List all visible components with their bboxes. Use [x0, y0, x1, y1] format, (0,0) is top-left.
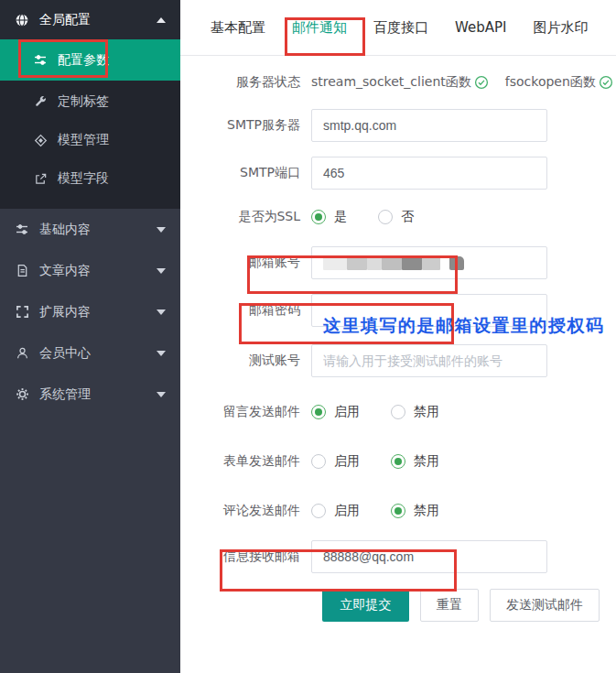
tab-basic-config[interactable]: 基本配置 [211, 0, 265, 55]
field-label: 测试账号 [180, 353, 311, 369]
ssl-row: 是否为SSL 是 否 [180, 204, 616, 230]
sidebar-group-label: 扩展内容 [39, 304, 91, 320]
radio-icon [391, 504, 405, 518]
radio-form-disable[interactable]: 禁用 [391, 453, 439, 470]
field-label: 邮箱账号 [180, 255, 311, 271]
external-link-icon [33, 171, 48, 186]
sidebar-item-custom-tags[interactable]: 定制标签 [0, 82, 180, 121]
form-actions: 立即提交 重置 发送测试邮件 [322, 589, 616, 622]
form-mail-row: 表单发送邮件 启用 禁用 [180, 449, 616, 474]
test-account-row: 测试账号 [180, 344, 616, 377]
sidebar-item-label: 模型管理 [58, 132, 109, 148]
sidebar-group-extend-content[interactable]: 扩展内容 [0, 291, 180, 332]
sidebar-item-model-manage[interactable]: 模型管理 [0, 121, 180, 159]
caret-down-icon [157, 309, 166, 315]
sliders-icon [33, 53, 48, 68]
redacted-email-value [402, 256, 422, 270]
radio-comment-enable[interactable]: 启用 [311, 503, 360, 519]
comment-mail-row: 评论发送邮件 启用 禁用 [180, 498, 616, 524]
caret-down-icon [157, 392, 166, 397]
radio-icon [391, 454, 405, 469]
test-account-input[interactable] [311, 344, 547, 377]
redacted-email-value [323, 256, 347, 270]
user-icon [15, 346, 29, 361]
radio-label: 启用 [334, 453, 360, 470]
tab-webapi[interactable]: WebAPI [455, 0, 506, 55]
sidebar-item-label: 配置参数 [58, 52, 109, 69]
sidebar-group-system-manage[interactable]: 系统管理 [0, 374, 180, 415]
caret-down-icon [157, 268, 166, 274]
sidebar-submenu: 定制标签 模型管理 模型字段 [0, 81, 180, 209]
field-label: 邮箱密码 [180, 302, 311, 319]
status-item: stream_socket_client函数 [311, 74, 489, 91]
radio-ssl-no[interactable]: 否 [378, 209, 414, 225]
email-account-row: 邮箱账号 [180, 246, 616, 279]
radio-icon [391, 405, 405, 419]
redacted-email-value [422, 256, 440, 270]
radio-icon [378, 210, 393, 224]
radio-icon [311, 210, 326, 224]
main-panel: 基本配置 邮件通知 百度接口 WebAPI 图片水印 服务器状态 stream_… [180, 0, 616, 673]
tab-image-watermark[interactable]: 图片水印 [533, 0, 588, 55]
sidebar-item-config-params[interactable]: 配置参数 [0, 39, 180, 81]
radio-message-enable[interactable]: 启用 [311, 404, 360, 420]
expand-icon [15, 305, 29, 320]
tab-bar: 基本配置 邮件通知 百度接口 WebAPI 图片水印 [180, 0, 616, 56]
status-item: fsockopen函数 [505, 74, 613, 91]
mail-config-form: 服务器状态 stream_socket_client函数 fsockopen函数 [180, 56, 616, 622]
smtp-port-input[interactable] [311, 157, 547, 190]
radio-label: 禁用 [414, 453, 439, 470]
status-text: stream_socket_client函数 [311, 74, 471, 91]
reset-button[interactable]: 重置 [420, 589, 479, 622]
radio-label: 禁用 [414, 503, 439, 519]
sidebar: 全局配置 配置参数 定制标签 模型管理 [0, 0, 180, 673]
radio-message-disable[interactable]: 禁用 [391, 404, 439, 420]
server-status-value: stream_socket_client函数 fsockopen函数 [311, 74, 616, 91]
sidebar-item-model-fields[interactable]: 模型字段 [0, 159, 180, 198]
sidebar-group-global-config[interactable]: 全局配置 [0, 0, 180, 39]
redacted-email-value [449, 256, 464, 270]
receive-email-input[interactable] [311, 540, 547, 573]
wrench-icon [33, 94, 48, 109]
tab-mail-notify[interactable]: 邮件通知 [292, 0, 347, 55]
sidebar-group-article-content[interactable]: 文章内容 [0, 250, 180, 291]
tab-baidu-api[interactable]: 百度接口 [373, 0, 428, 55]
radio-icon [311, 454, 326, 469]
receive-email-row: 信息接收邮箱 [180, 540, 616, 573]
radio-ssl-yes[interactable]: 是 [311, 209, 347, 225]
redacted-email-value [367, 256, 382, 270]
sidebar-item-label: 模型字段 [58, 170, 109, 187]
email-account-input[interactable] [311, 246, 547, 279]
radio-comment-disable[interactable]: 禁用 [391, 503, 439, 519]
radio-label: 是 [334, 209, 347, 225]
sidebar-group-basic-content[interactable]: 基础内容 [0, 209, 180, 250]
email-password-input[interactable] [311, 294, 547, 327]
message-mail-row: 留言发送邮件 启用 禁用 [180, 399, 616, 425]
redacted-email-value [382, 256, 402, 270]
gear-icon [15, 387, 29, 402]
caret-up-icon [157, 17, 166, 23]
radio-icon [311, 405, 326, 419]
field-label: 信息接收邮箱 [180, 548, 311, 565]
sidebar-item-label: 定制标签 [58, 93, 109, 110]
caret-down-icon [157, 351, 166, 356]
smtp-server-input[interactable] [311, 109, 547, 142]
sidebar-group-member-center[interactable]: 会员中心 [0, 332, 180, 374]
radio-label: 启用 [334, 503, 360, 519]
field-label: SMTP服务器 [180, 117, 311, 134]
field-label: 评论发送邮件 [180, 503, 311, 519]
server-status-row: 服务器状态 stream_socket_client函数 fsockopen函数 [180, 74, 616, 91]
radio-icon [311, 504, 326, 518]
field-label: 表单发送邮件 [180, 453, 311, 470]
model-diamond-icon [33, 133, 48, 147]
field-label: 服务器状态 [180, 74, 311, 91]
field-label: SMTP端口 [180, 165, 311, 181]
admin-config-window: 全局配置 配置参数 定制标签 模型管理 [0, 0, 616, 673]
submit-button[interactable]: 立即提交 [322, 589, 409, 622]
radio-form-enable[interactable]: 启用 [311, 453, 360, 470]
send-test-mail-button[interactable]: 发送测试邮件 [490, 589, 600, 622]
field-label: 留言发送邮件 [180, 404, 311, 420]
globe-icon [15, 13, 29, 27]
radio-label: 启用 [334, 404, 360, 420]
radio-label: 禁用 [414, 404, 439, 420]
